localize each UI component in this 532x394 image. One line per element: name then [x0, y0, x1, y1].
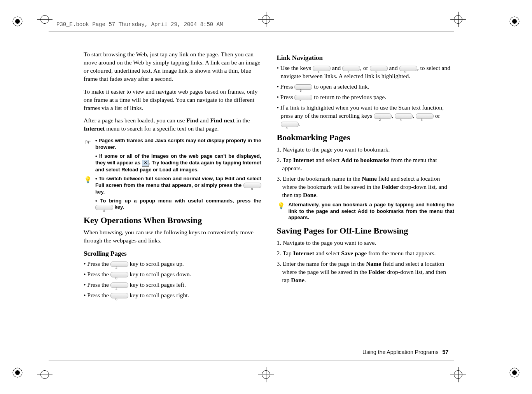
footer-text: Using the Application Programs	[362, 349, 438, 355]
crop-mark-icon	[258, 12, 274, 27]
broken-image-icon: ✕	[142, 160, 149, 167]
page-footer: Using the Application Programs57	[362, 349, 448, 355]
crop-mark-icon	[37, 367, 52, 382]
list-item: • If a link is highlighted when you want…	[277, 104, 455, 128]
key-icon	[110, 272, 128, 277]
key-icon	[395, 113, 413, 119]
body-text: When browsing, you can use the following…	[84, 228, 261, 245]
divider	[49, 31, 454, 31]
registration-mark-icon	[12, 367, 23, 378]
registration-mark-icon	[509, 367, 520, 378]
lightbulb-icon: 💡	[84, 176, 92, 195]
heading-2: Saving Pages for Off-Line Browsing	[277, 225, 455, 237]
crop-mark-icon	[37, 12, 52, 27]
list-item: 2. Tap Internet and select Save page fro…	[277, 249, 455, 258]
svg-point-7	[512, 370, 517, 375]
key-icon	[294, 95, 312, 100]
svg-point-3	[512, 19, 517, 24]
key-icon	[110, 293, 128, 298]
registration-mark-icon	[12, 16, 23, 27]
note-text: • To switch between full screen and norm…	[95, 176, 261, 195]
key-icon	[342, 66, 360, 71]
lightbulb-icon: 💡	[277, 202, 285, 221]
heading-3: Scrolling Pages	[84, 249, 261, 258]
list-item: 3. Enter the name for the page in the Na…	[277, 260, 455, 284]
heading-2: Key Operations When Browsing	[84, 214, 261, 226]
body-text: After a page has been loaded, you can us…	[84, 117, 261, 133]
tip-block: 💡 Alternatively, you can bookmark a page…	[277, 202, 455, 221]
list-item: • Use the keys and , or and , to select …	[277, 64, 455, 80]
note-text: • To bring up a popup menu with useful c…	[95, 198, 261, 211]
page-content: To start browsing the Web, just tap any …	[84, 51, 454, 343]
key-icon	[399, 66, 417, 71]
heading-3: Link Navigation	[277, 54, 455, 63]
list-item: • Press the key to scroll pages down.	[84, 270, 261, 279]
body-text: To start browsing the Web, just tap any …	[84, 51, 261, 83]
key-icon	[243, 183, 261, 188]
crop-mark-icon	[258, 367, 274, 382]
key-icon	[370, 66, 388, 71]
key-icon	[281, 122, 299, 127]
key-icon	[95, 205, 113, 210]
heading-2: Bookmarking Pages	[277, 132, 455, 143]
left-column: To start browsing the Web, just tap any …	[84, 51, 261, 343]
divider	[49, 361, 454, 361]
note-text: • If some or all of the images on the we…	[95, 153, 261, 173]
list-item: 2. Tap Internet and select Add to bookma…	[277, 156, 455, 173]
list-item: • Press to return to the previous page.	[277, 93, 455, 101]
crop-mark-icon	[450, 12, 466, 27]
hand-pointing-icon: ☞	[84, 138, 92, 151]
list-item: • Press the key to scroll pages left.	[84, 281, 261, 289]
right-column: Link Navigation • Use the keys and , or …	[277, 51, 455, 343]
note-block: ☞ • Pages with frames and Java scripts m…	[84, 138, 261, 151]
key-icon	[110, 282, 128, 288]
crop-mark-icon	[450, 367, 466, 382]
svg-point-5	[15, 370, 20, 375]
registration-mark-icon	[509, 16, 520, 27]
key-icon	[313, 66, 331, 71]
page-number: 57	[442, 349, 448, 355]
key-icon	[294, 84, 312, 90]
list-item: 3. Enter the bookmark name in the Name f…	[277, 175, 455, 199]
tip-block: 💡 • To switch between full screen and no…	[84, 176, 261, 195]
note-text: • Pages with frames and Java scripts may…	[95, 138, 261, 151]
list-item: 1. Navigate to the page you want to save…	[277, 239, 455, 247]
note-text: Alternatively, you can bookmark a page b…	[289, 202, 455, 221]
running-header: P30_E.book Page 57 Thursday, April 29, 2…	[56, 21, 223, 28]
list-item: • Press to open a selected link.	[277, 83, 455, 91]
list-item: • Press the key to scroll pages right.	[84, 291, 261, 300]
svg-point-1	[15, 19, 20, 24]
key-icon	[416, 113, 434, 119]
list-item: 1. Navigate to the page you want to book…	[277, 146, 455, 154]
list-item: • Press the key to scroll pages up.	[84, 260, 261, 268]
key-icon	[110, 262, 128, 267]
key-icon	[374, 113, 392, 119]
body-text: To make it easier to view and navigate w…	[84, 88, 261, 112]
